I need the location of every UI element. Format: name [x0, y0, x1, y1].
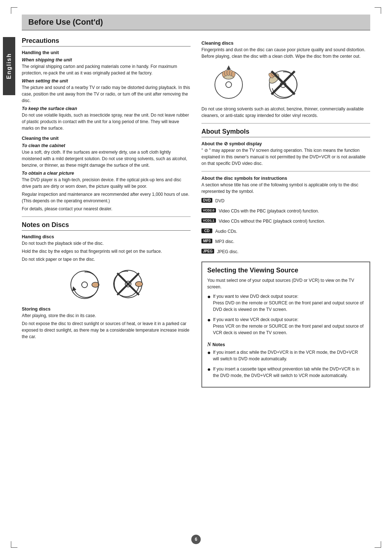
bullet-dvd: ● If you want to view DVD deck output so… — [207, 293, 364, 314]
badge-jpeg-label: JPEG disc. — [217, 248, 238, 255]
notes-title: N Notes — [207, 342, 364, 348]
bullet-dot-dvd: ● — [207, 293, 211, 300]
language-tab-label: English — [6, 53, 12, 79]
badge-dvd-row: DVD DVD — [201, 198, 370, 206]
shipping-heading: When shipping the unit — [22, 57, 191, 62]
badge-cd: CD — [201, 228, 212, 233]
disc-symbols-text: A section whose title has one of the fol… — [201, 182, 370, 195]
notes-label: Notes — [212, 342, 225, 347]
right-column: Cleaning discs Fingerprints and dust on … — [201, 37, 370, 388]
bullet-vcr: ● If you want to view VCR deck output so… — [207, 316, 364, 337]
badge-vcd11: VCD1.1 — [201, 218, 216, 223]
clean-bad — [263, 65, 303, 102]
badge-vcd20-label: Video CDs with the PBC (playback control… — [219, 208, 319, 214]
badge-vcd20: VCD2.0 — [201, 208, 216, 212]
note-item-2: ● If you insert a cassette tape without … — [207, 366, 364, 380]
bullet-vcr-text: If you want to view VCR deck output sour… — [213, 316, 364, 336]
svg-point-2 — [92, 282, 99, 287]
badge-vcd11-label: Video CDs without the PBC (playback cont… — [219, 218, 325, 224]
clean-good — [209, 65, 249, 102]
note-item-1: ● If you insert a disc while the DVD+VCR… — [207, 349, 364, 364]
page-header: Before Use (Cont'd) — [22, 15, 370, 31]
badge-dvd: DVD — [201, 198, 212, 203]
viewing-source-box: Selecting the Viewing Source You must se… — [201, 262, 370, 388]
disc-bad-illustration — [112, 268, 144, 301]
storing-text1: After playing, store the disc in its cas… — [22, 312, 191, 319]
symbol-display-text: " ⊘ " may appear on the TV screen during… — [201, 147, 370, 167]
clear-picture-text3: For details, please contact your nearest… — [22, 206, 191, 212]
symbol-display-heading: About the ⊘ symbol display — [201, 141, 370, 146]
badge-vcd20-row: VCD2.0 Video CDs with the PBC (playback … — [201, 208, 370, 216]
handling-disc-line3: Do not stick paper or tape on the disc. — [22, 256, 191, 263]
cleaning-discs-heading: Cleaning discs — [201, 41, 370, 46]
precautions-title: Precautions — [22, 37, 191, 46]
badge-dvd-label: DVD — [215, 198, 224, 204]
about-symbols-section: About Symbols About the ⊘ symbol display… — [201, 128, 370, 256]
page-number-wrapper: 6 — [191, 535, 201, 544]
clear-picture-text2: Regular inspection and maintenance are r… — [22, 191, 191, 204]
handling-disc-line1: Do not touch the playback side of the di… — [22, 240, 191, 247]
badge-mp3-row: MP3 MP3 disc. — [201, 238, 370, 246]
surface-clean-heading: To keep the surface clean — [22, 106, 191, 111]
handling-unit-heading: Handling the unit — [22, 50, 191, 55]
cleaning-unit-heading: Cleaning the unit — [22, 136, 191, 141]
disc-symbols-heading: About the disc symbols for instructions — [201, 176, 370, 181]
left-column: Precautions Handling the unit When shipp… — [22, 37, 191, 388]
badge-list: DVD DVD VCD2.0 Video CDs with the PBC (p… — [201, 198, 370, 256]
viewing-source-bullets: ● If you want to view DVD deck output so… — [207, 293, 364, 337]
notes-on-discs-section: Notes on Discs Handling discs Do not tou… — [22, 221, 191, 340]
clear-picture-text1: The DVD player is a high-tech, precision… — [22, 177, 191, 190]
setting-heading: When setting the unit — [22, 78, 191, 84]
cleaning-discs-section: Cleaning discs Fingerprints and dust on … — [201, 41, 370, 119]
divider-1 — [22, 216, 191, 217]
bullet-dot-vcr: ● — [207, 316, 211, 323]
badge-jpeg: JPEG — [201, 249, 214, 254]
page-number: 6 — [191, 535, 201, 544]
svg-point-1 — [82, 282, 87, 288]
bullet-dvd-text: If you want to view DVD deck output sour… — [213, 293, 364, 313]
shipping-text: The original shipping carton and packing… — [22, 63, 191, 76]
cabinet-text: Use a soft, dry cloth. If the surfaces a… — [22, 149, 191, 169]
svg-point-9 — [226, 82, 232, 88]
note-dot-1: ● — [207, 349, 211, 356]
cleaning-discs-text2: Do not use strong solvents such as alcoh… — [201, 106, 370, 119]
cleaning-discs-text1: Fingerprints and dust on the disc can ca… — [201, 46, 370, 60]
handling-disc-line2: Hold the disc by the edges so that finge… — [22, 248, 191, 255]
storing-text2: Do not expose the disc to direct sunligh… — [22, 320, 191, 340]
language-tab: English — [3, 37, 15, 95]
disc-good-illustration — [68, 268, 101, 301]
main-columns: English Precautions Handling the unit Wh… — [22, 37, 370, 388]
viewing-source-title: Selecting the Viewing Source — [207, 267, 364, 274]
storing-discs-heading: Storing discs — [22, 307, 191, 312]
note-text-1: If you insert a disc while the DVD+VCR i… — [213, 349, 364, 362]
page-title: Before Use (Cont'd) — [28, 17, 364, 27]
notes-box: N Notes ● If you insert a disc while the… — [207, 342, 364, 380]
setting-text: The picture and sound of a nearby TV or … — [22, 84, 191, 104]
note-dot-2: ● — [207, 366, 211, 373]
badge-vcd11-row: VCD1.1 Video CDs without the PBC (playba… — [201, 218, 370, 226]
notes-n-icon: N — [207, 342, 211, 348]
cabinet-heading: To clean the cabinet — [22, 143, 191, 148]
badge-jpeg-row: JPEG JPEG disc. — [201, 248, 370, 256]
about-symbols-title: About Symbols — [201, 128, 370, 137]
svg-point-16 — [232, 71, 235, 77]
note-text-2: If you insert a cassette tape without pr… — [213, 366, 364, 379]
badge-cd-row: CD Audio CDs. — [201, 228, 370, 236]
notes-on-discs-title: Notes on Discs — [22, 221, 191, 231]
clean-disc-illustrations — [209, 65, 370, 102]
viewing-source-intro: You must select one of your output sourc… — [207, 277, 364, 290]
clear-picture-heading: To obtain a clear picture — [22, 171, 191, 176]
divider-2 — [201, 123, 370, 123]
surface-clean-text: Do not use volatile liquids, such as ins… — [22, 112, 191, 131]
divider-3 — [201, 171, 370, 171]
handling-discs-heading: Handling discs — [22, 234, 191, 239]
precautions-section: Precautions Handling the unit When shipp… — [22, 37, 191, 212]
badge-cd-label: Audio CDs. — [215, 228, 237, 235]
disc-handling-illustrations — [22, 268, 191, 301]
badge-mp3: MP3 — [201, 239, 212, 243]
badge-mp3-label: MP3 disc. — [215, 238, 234, 245]
